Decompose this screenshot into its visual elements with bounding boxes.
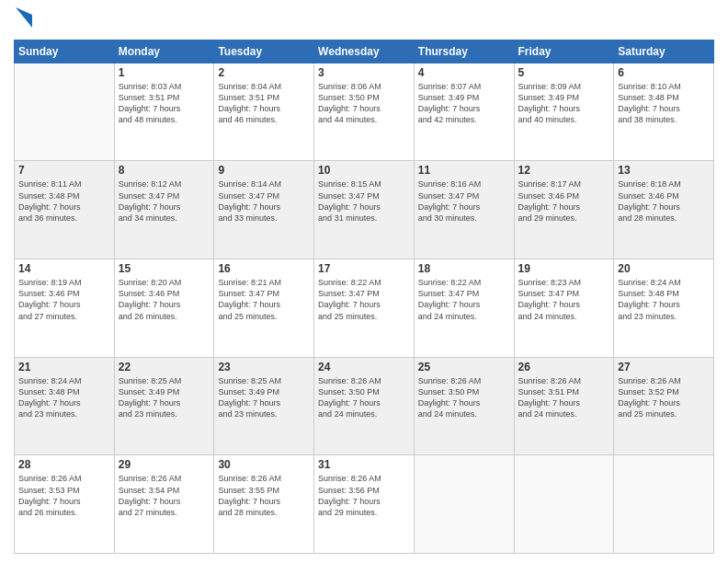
day-number: 22 <box>119 361 210 373</box>
calendar-cell: 23Sunrise: 8:25 AM Sunset: 3:49 PM Dayli… <box>214 357 314 455</box>
calendar-cell: 26Sunrise: 8:26 AM Sunset: 3:51 PM Dayli… <box>514 357 614 455</box>
calendar-cell: 20Sunrise: 8:24 AM Sunset: 3:48 PM Dayli… <box>614 259 714 358</box>
day-info: Sunrise: 8:18 AM Sunset: 3:46 PM Dayligh… <box>618 178 710 224</box>
day-info: Sunrise: 8:19 AM Sunset: 3:46 PM Dayligh… <box>18 277 110 322</box>
calendar-cell: 15Sunrise: 8:20 AM Sunset: 3:46 PM Dayli… <box>114 259 214 358</box>
day-number: 2 <box>218 66 310 79</box>
day-info: Sunrise: 8:26 AM Sunset: 3:50 PM Dayligh… <box>318 375 410 420</box>
week-row-4: 21Sunrise: 8:24 AM Sunset: 3:48 PM Dayli… <box>15 357 714 455</box>
day-number: 1 <box>119 66 210 79</box>
day-info: Sunrise: 8:26 AM Sunset: 3:50 PM Dayligh… <box>418 375 510 420</box>
day-info: Sunrise: 8:14 AM Sunset: 3:47 PM Dayligh… <box>218 178 310 224</box>
day-number: 10 <box>318 164 410 177</box>
day-info: Sunrise: 8:11 AM Sunset: 3:48 PM Dayligh… <box>18 178 110 224</box>
calendar-cell: 30Sunrise: 8:26 AM Sunset: 3:55 PM Dayli… <box>214 455 314 554</box>
day-info: Sunrise: 8:10 AM Sunset: 3:48 PM Dayligh… <box>618 81 710 126</box>
day-header-monday: Monday <box>114 40 214 63</box>
week-row-5: 28Sunrise: 8:26 AM Sunset: 3:53 PM Dayli… <box>15 455 714 554</box>
day-info: Sunrise: 8:26 AM Sunset: 3:51 PM Dayligh… <box>518 375 610 420</box>
calendar-cell: 4Sunrise: 8:07 AM Sunset: 3:49 PM Daylig… <box>414 63 514 161</box>
day-header-wednesday: Wednesday <box>314 40 415 63</box>
calendar-cell: 13Sunrise: 8:18 AM Sunset: 3:46 PM Dayli… <box>614 161 714 259</box>
day-info: Sunrise: 8:25 AM Sunset: 3:49 PM Dayligh… <box>218 375 310 420</box>
day-header-friday: Friday <box>514 40 614 63</box>
day-info: Sunrise: 8:07 AM Sunset: 3:49 PM Dayligh… <box>418 81 510 126</box>
calendar-cell: 2Sunrise: 8:04 AM Sunset: 3:51 PM Daylig… <box>214 63 314 161</box>
day-info: Sunrise: 8:24 AM Sunset: 3:48 PM Dayligh… <box>18 375 110 420</box>
day-number: 7 <box>18 164 110 177</box>
week-row-3: 14Sunrise: 8:19 AM Sunset: 3:46 PM Dayli… <box>15 259 714 358</box>
day-number: 31 <box>318 458 410 471</box>
calendar-cell: 5Sunrise: 8:09 AM Sunset: 3:49 PM Daylig… <box>514 63 614 161</box>
calendar-cell: 12Sunrise: 8:17 AM Sunset: 3:46 PM Dayli… <box>514 161 614 259</box>
header <box>14 9 714 32</box>
day-number: 27 <box>618 361 710 373</box>
calendar-cell: 22Sunrise: 8:25 AM Sunset: 3:49 PM Dayli… <box>114 357 214 455</box>
day-number: 25 <box>418 361 510 373</box>
week-row-2: 7Sunrise: 8:11 AM Sunset: 3:48 PM Daylig… <box>15 161 714 259</box>
day-info: Sunrise: 8:04 AM Sunset: 3:51 PM Dayligh… <box>218 81 310 126</box>
calendar-cell: 14Sunrise: 8:19 AM Sunset: 3:46 PM Dayli… <box>15 259 115 358</box>
header-row: SundayMondayTuesdayWednesdayThursdayFrid… <box>15 40 714 63</box>
day-number: 3 <box>318 66 410 79</box>
day-info: Sunrise: 8:26 AM Sunset: 3:54 PM Dayligh… <box>119 473 210 518</box>
calendar-cell <box>514 455 614 554</box>
logo-icon <box>16 7 32 28</box>
day-number: 17 <box>318 262 410 275</box>
svg-marker-0 <box>16 7 32 28</box>
calendar-cell: 16Sunrise: 8:21 AM Sunset: 3:47 PM Dayli… <box>214 259 314 358</box>
day-number: 20 <box>618 262 710 275</box>
day-number: 15 <box>119 262 210 275</box>
day-header-saturday: Saturday <box>614 40 714 63</box>
day-number: 26 <box>518 361 610 373</box>
calendar-cell: 17Sunrise: 8:22 AM Sunset: 3:47 PM Dayli… <box>314 259 415 358</box>
day-info: Sunrise: 8:22 AM Sunset: 3:47 PM Dayligh… <box>418 277 510 322</box>
logo <box>14 9 32 32</box>
day-info: Sunrise: 8:15 AM Sunset: 3:47 PM Dayligh… <box>318 178 410 224</box>
day-header-tuesday: Tuesday <box>214 40 314 63</box>
day-info: Sunrise: 8:25 AM Sunset: 3:49 PM Dayligh… <box>119 375 210 420</box>
day-number: 12 <box>518 164 610 177</box>
calendar-cell <box>15 63 115 161</box>
day-number: 16 <box>218 262 310 275</box>
day-info: Sunrise: 8:06 AM Sunset: 3:50 PM Dayligh… <box>318 81 410 126</box>
day-number: 30 <box>218 458 310 471</box>
day-number: 11 <box>418 164 510 177</box>
week-row-1: 1Sunrise: 8:03 AM Sunset: 3:51 PM Daylig… <box>15 63 714 161</box>
calendar-cell: 3Sunrise: 8:06 AM Sunset: 3:50 PM Daylig… <box>314 63 415 161</box>
day-info: Sunrise: 8:26 AM Sunset: 3:52 PM Dayligh… <box>618 375 710 420</box>
day-number: 21 <box>18 361 110 373</box>
calendar-cell: 8Sunrise: 8:12 AM Sunset: 3:47 PM Daylig… <box>114 161 214 259</box>
day-info: Sunrise: 8:24 AM Sunset: 3:48 PM Dayligh… <box>618 277 710 322</box>
day-info: Sunrise: 8:22 AM Sunset: 3:47 PM Dayligh… <box>318 277 410 322</box>
day-number: 24 <box>318 361 410 373</box>
calendar-cell: 27Sunrise: 8:26 AM Sunset: 3:52 PM Dayli… <box>614 357 714 455</box>
day-info: Sunrise: 8:03 AM Sunset: 3:51 PM Dayligh… <box>119 81 210 126</box>
calendar-cell <box>614 455 714 554</box>
calendar-cell: 19Sunrise: 8:23 AM Sunset: 3:47 PM Dayli… <box>514 259 614 358</box>
day-info: Sunrise: 8:26 AM Sunset: 3:56 PM Dayligh… <box>318 473 410 518</box>
logo-text <box>14 9 32 32</box>
day-info: Sunrise: 8:26 AM Sunset: 3:53 PM Dayligh… <box>18 473 110 518</box>
calendar-cell <box>414 455 514 554</box>
day-number: 9 <box>218 164 310 177</box>
day-info: Sunrise: 8:21 AM Sunset: 3:47 PM Dayligh… <box>218 277 310 322</box>
calendar-cell: 25Sunrise: 8:26 AM Sunset: 3:50 PM Dayli… <box>414 357 514 455</box>
calendar-cell: 29Sunrise: 8:26 AM Sunset: 3:54 PM Dayli… <box>114 455 214 554</box>
page: SundayMondayTuesdayWednesdayThursdayFrid… <box>0 0 728 563</box>
calendar-cell: 11Sunrise: 8:16 AM Sunset: 3:47 PM Dayli… <box>414 161 514 259</box>
day-number: 8 <box>119 164 210 177</box>
day-number: 5 <box>518 66 610 79</box>
calendar-cell: 6Sunrise: 8:10 AM Sunset: 3:48 PM Daylig… <box>614 63 714 161</box>
day-number: 13 <box>618 164 710 177</box>
day-header-thursday: Thursday <box>414 40 514 63</box>
day-info: Sunrise: 8:20 AM Sunset: 3:46 PM Dayligh… <box>119 277 210 322</box>
calendar-cell: 18Sunrise: 8:22 AM Sunset: 3:47 PM Dayli… <box>414 259 514 358</box>
day-info: Sunrise: 8:12 AM Sunset: 3:47 PM Dayligh… <box>119 178 210 224</box>
calendar-cell: 10Sunrise: 8:15 AM Sunset: 3:47 PM Dayli… <box>314 161 415 259</box>
day-number: 19 <box>518 262 610 275</box>
calendar-cell: 28Sunrise: 8:26 AM Sunset: 3:53 PM Dayli… <box>15 455 115 554</box>
calendar-cell: 21Sunrise: 8:24 AM Sunset: 3:48 PM Dayli… <box>15 357 115 455</box>
day-header-sunday: Sunday <box>15 40 115 63</box>
day-info: Sunrise: 8:16 AM Sunset: 3:47 PM Dayligh… <box>418 178 510 224</box>
